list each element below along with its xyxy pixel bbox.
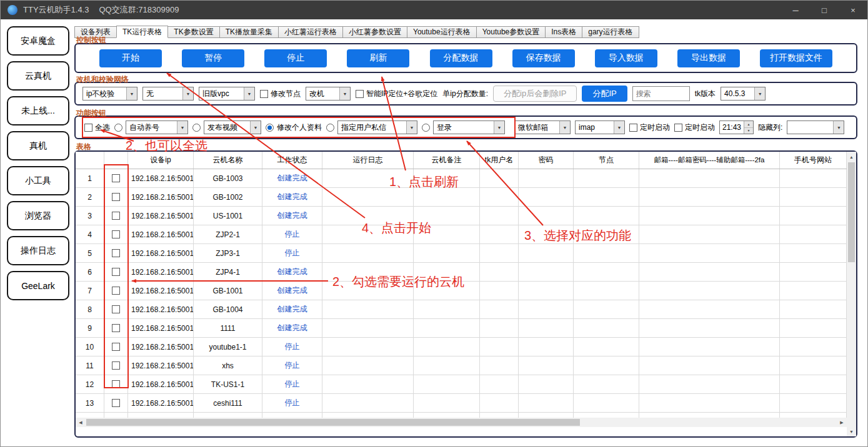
- assign-ip-button[interactable]: 分配IP: [582, 86, 627, 102]
- table-row[interactable]: 10 192.168.2.16:5001 youtube1-1 停止: [76, 338, 847, 356]
- table-row[interactable]: 9 192.168.2.16:5001 1111 创建完成: [76, 319, 847, 338]
- spin-up-icon[interactable]: ▲: [744, 121, 753, 128]
- table-row[interactable]: 12 192.168.2.16:5001 TK-US1-1 停止: [76, 375, 847, 394]
- hide-columns-dropdown[interactable]: ▼: [787, 120, 844, 134]
- scroll-up-icon[interactable]: ▲: [847, 152, 856, 162]
- control-button[interactable]: 分配数据: [430, 49, 492, 67]
- row-checkbox[interactable]: [112, 230, 120, 238]
- control-button[interactable]: 停止: [264, 49, 327, 67]
- row-checkbox[interactable]: [112, 361, 120, 370]
- tab[interactable]: TK参数设置: [167, 26, 219, 38]
- cell-tk-username: [480, 169, 519, 187]
- function-radio[interactable]: [192, 124, 201, 132]
- horizontal-scroll-thumb[interactable]: [86, 419, 580, 426]
- control-button[interactable]: 导出数据: [677, 49, 740, 67]
- sidebar-button[interactable]: 真机: [7, 131, 69, 160]
- row-checkbox[interactable]: [112, 287, 120, 295]
- horizontal-scrollbar[interactable]: ◀ ▶: [76, 418, 847, 427]
- control-button[interactable]: 保存数据: [512, 49, 575, 67]
- row-checkbox[interactable]: [112, 399, 120, 407]
- function-radio[interactable]: [422, 124, 430, 132]
- close-button[interactable]: ×: [839, 1, 867, 19]
- cell-machine-note: [414, 169, 480, 187]
- assign-delete-ip-button[interactable]: 分配ip后会删除IP: [493, 86, 577, 102]
- sidebar-button[interactable]: 小工具: [7, 166, 69, 195]
- tab[interactable]: TK运行表格: [116, 26, 168, 38]
- cell-work-status: 停止: [262, 375, 322, 393]
- cell-password: [519, 375, 574, 393]
- table-row[interactable]: 13 192.168.2.16:5001 ceshi111 停止: [76, 394, 847, 413]
- control-button[interactable]: 刷新: [347, 49, 409, 67]
- chevron-down-icon: ▼: [177, 121, 187, 134]
- select-all-checkbox[interactable]: 全选: [84, 122, 110, 133]
- table-row[interactable]: 2 192.168.2.16:5001 GB-1002 创建完成: [76, 188, 847, 207]
- timer-checkbox-1[interactable]: 定时启动: [629, 122, 670, 133]
- scroll-left-icon[interactable]: ◀: [76, 418, 86, 427]
- spin-down-icon[interactable]: ▼: [744, 128, 753, 134]
- table-section: 设备ip 云机名称 工作状态 运行日志 云机备注 tk用户名 密码 节点 邮箱-…: [74, 150, 857, 438]
- row-checkbox[interactable]: [112, 305, 120, 313]
- tk-version-dropdown[interactable]: 40.5.3 ▼: [721, 87, 766, 101]
- tab[interactable]: Ins表格: [545, 26, 582, 38]
- modify-node-checkbox[interactable]: 修改节点: [260, 89, 301, 99]
- function-radio[interactable]: [326, 124, 334, 132]
- function-radio[interactable]: [266, 124, 274, 132]
- timer-checkbox-2[interactable]: 定时启动: [674, 122, 715, 133]
- vertical-scroll-thumb[interactable]: [848, 162, 855, 262]
- sidebar-button[interactable]: 未上线...: [7, 96, 69, 125]
- sidebar-button[interactable]: 安卓魔盒: [7, 26, 69, 56]
- function-dropdown[interactable]: 指定用户私信 ▼: [337, 120, 417, 134]
- tab[interactable]: 小红薯运行表格: [278, 26, 343, 38]
- row-checkbox[interactable]: [112, 324, 120, 332]
- tab[interactable]: 小红薯参数设置: [342, 26, 407, 38]
- control-button[interactable]: 开始: [99, 49, 162, 67]
- control-button[interactable]: 打开数据文件: [760, 49, 832, 67]
- vpc-dropdown[interactable]: 旧版vpc ▼: [199, 87, 255, 101]
- row-checkbox[interactable]: [112, 249, 120, 257]
- sidebar-button[interactable]: 浏览器: [7, 201, 69, 230]
- minimize-button[interactable]: ─: [781, 1, 810, 19]
- function-dropdown[interactable]: 登录 ▼: [433, 120, 505, 134]
- table-row[interactable]: 14 192.168.2.16:5001: [76, 413, 847, 418]
- table-row[interactable]: 1 192.168.2.16:5001 GB-1003 创建完成: [76, 169, 847, 188]
- ip-check-dropdown[interactable]: ip不校验 ▼: [82, 87, 137, 101]
- control-button[interactable]: 暂停: [182, 49, 244, 67]
- search-input[interactable]: [632, 86, 690, 101]
- maximize-button[interactable]: □: [810, 1, 839, 19]
- tab[interactable]: Youtube运行表格: [407, 26, 477, 38]
- table-row[interactable]: 5 192.168.2.16:5001 ZJP3-1 停止: [76, 244, 847, 263]
- row-checkbox[interactable]: [112, 380, 120, 388]
- row-checkbox[interactable]: [112, 268, 120, 276]
- row-checkbox[interactable]: [112, 193, 120, 201]
- modify-device-dropdown[interactable]: 改机 ▼: [306, 87, 351, 101]
- table-row[interactable]: 4 192.168.2.16:5001 ZJP2-1 停止: [76, 225, 847, 244]
- sidebar-button[interactable]: GeeLark: [7, 271, 69, 300]
- tab[interactable]: Youtube参数设置: [476, 26, 546, 38]
- table-row[interactable]: 11 192.168.2.16:5001 xhs 停止: [76, 356, 847, 375]
- function-radio[interactable]: [114, 124, 122, 132]
- table-row[interactable]: 7 192.168.2.16:5001 GB-1001 创建完成: [76, 282, 847, 300]
- cell-machine-name: TK-US1-1: [194, 375, 262, 393]
- tab[interactable]: gary运行表格: [582, 26, 639, 38]
- cell-device-ip: 192.168.2.16:5001: [128, 244, 194, 262]
- smart-ip-checkbox[interactable]: 智能IP定位+谷歌定位: [356, 89, 437, 99]
- scroll-down-icon[interactable]: ▼: [847, 426, 856, 436]
- function-dropdown[interactable]: 自动养号 ▼: [126, 120, 188, 134]
- table-row[interactable]: 3 192.168.2.16:5001 US-1001 创建完成: [76, 207, 847, 225]
- email-provider-dropdown[interactable]: 微软邮箱 ▼: [514, 120, 571, 134]
- proxy-dropdown[interactable]: 无 ▼: [142, 87, 194, 101]
- table-row[interactable]: 6 192.168.2.16:5001 ZJP4-1 创建完成: [76, 263, 847, 282]
- vertical-scrollbar[interactable]: ▲ ▼: [847, 152, 856, 436]
- sidebar-button[interactable]: 操作日志: [7, 236, 69, 265]
- control-button[interactable]: 导入数据: [595, 49, 657, 67]
- row-checkbox[interactable]: [112, 174, 120, 182]
- timer-time-spinner[interactable]: 21:43 ▲ ▼: [719, 120, 754, 134]
- row-checkbox[interactable]: [112, 343, 120, 351]
- function-dropdown[interactable]: 发布视频 ▼: [204, 120, 261, 134]
- scroll-right-icon[interactable]: ▶: [837, 418, 847, 427]
- table-row[interactable]: 8 192.168.2.16:5001 GB-1004 创建完成: [76, 300, 847, 319]
- sidebar-button[interactable]: 云真机: [7, 61, 69, 91]
- email-protocol-dropdown[interactable]: imap ▼: [575, 120, 625, 134]
- row-checkbox[interactable]: [112, 212, 120, 220]
- tab[interactable]: TK播放量采集: [219, 26, 279, 38]
